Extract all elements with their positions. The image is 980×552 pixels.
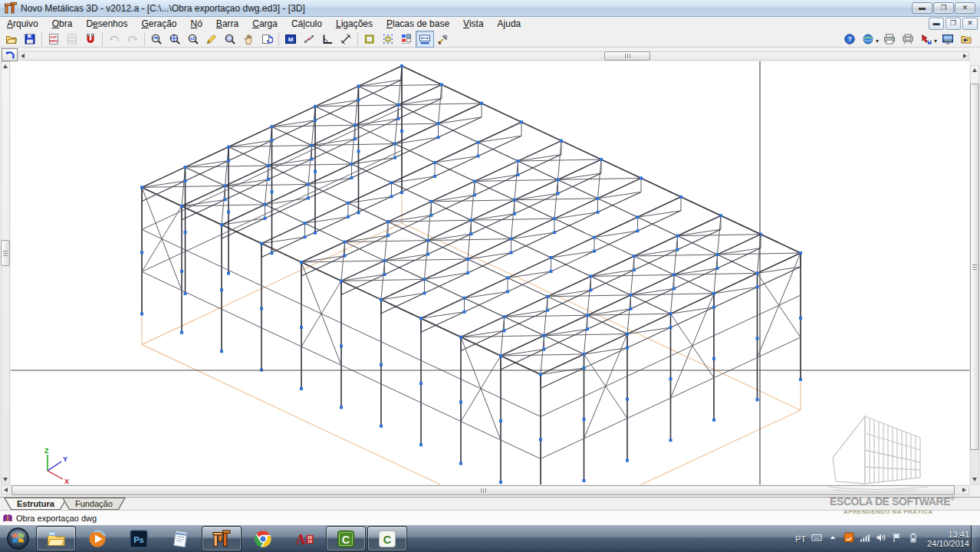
axis-triad: Z Y X xyxy=(44,447,69,485)
language-indicator[interactable]: PT xyxy=(795,534,806,544)
right-rotate-scrollbar[interactable] xyxy=(970,65,979,485)
svg-text:DXF: DXF xyxy=(51,34,58,38)
export-drawing-icon[interactable] xyxy=(917,31,936,48)
scroll-down-arrow xyxy=(972,478,977,481)
mdi-minimize-button[interactable]: ▬ xyxy=(929,18,944,30)
selection-tool-icon[interactable] xyxy=(379,31,397,48)
svg-text:?: ? xyxy=(847,35,851,43)
mdi-close-button[interactable]: ✕ xyxy=(962,18,978,30)
menu-n-[interactable]: Nó xyxy=(184,18,209,30)
zoom-previous-icon[interactable] xyxy=(147,31,166,48)
chrome-icon[interactable] xyxy=(243,526,283,551)
orange-app-icon[interactable] xyxy=(844,532,854,546)
perpendicular-icon[interactable] xyxy=(318,31,337,48)
mdi-restore-button[interactable]: ❐ xyxy=(945,18,961,30)
axis-z-label: Z xyxy=(44,447,49,455)
zoom-extents-icon[interactable] xyxy=(166,31,184,48)
web-services-icon-dropdown[interactable]: ▾ xyxy=(876,38,879,44)
scroll-left-arrow xyxy=(4,488,8,492)
start-button[interactable] xyxy=(2,526,34,552)
previous-view-button[interactable] xyxy=(2,48,18,61)
view-tabs: EstruturaFundação xyxy=(0,497,980,511)
tab-label: Fundação xyxy=(63,498,125,509)
explorer-icon[interactable] xyxy=(36,526,76,551)
menu-gera-o[interactable]: Geração xyxy=(134,18,183,30)
menu-barra[interactable]: Barra xyxy=(209,18,245,30)
axis-y-label: Y xyxy=(63,455,67,463)
top-rotate-scrollbar[interactable] xyxy=(18,51,969,61)
bar-node-icon[interactable] xyxy=(300,31,318,48)
zoom-window-icon[interactable] xyxy=(221,31,239,48)
bottom-scroll-thumb[interactable] xyxy=(12,485,955,495)
menu-vista[interactable]: Vista xyxy=(456,18,490,30)
menu-ajuda[interactable]: Ajuda xyxy=(491,18,528,30)
tab-label: Estrutura xyxy=(5,498,67,509)
keyboard-icon[interactable] xyxy=(811,532,822,546)
viewport-3d[interactable]: Z Y X xyxy=(11,61,969,485)
camtasia-icon[interactable]: C xyxy=(326,526,366,551)
left-scroll-thumb[interactable] xyxy=(1,240,10,266)
tab-funda-o[interactable]: Fundação xyxy=(62,498,126,510)
exit-icon[interactable] xyxy=(957,31,975,48)
export-drawing-icon-dropdown[interactable]: ▾ xyxy=(934,38,937,44)
bottom-scrollbar[interactable] xyxy=(1,485,969,495)
menu-carga[interactable]: Carga xyxy=(245,18,284,30)
import-dxf-icon[interactable]: DXFDWG xyxy=(44,31,63,48)
edit-pencil-icon[interactable] xyxy=(202,31,221,48)
close-button[interactable]: ✕ xyxy=(955,2,975,14)
screen-config-icon[interactable] xyxy=(939,31,957,48)
autocad-icon[interactable]: A2010 xyxy=(284,526,324,551)
plotter-icon[interactable] xyxy=(899,31,917,48)
redraw-icon[interactable] xyxy=(258,31,276,48)
measure-tool-icon[interactable] xyxy=(416,31,434,48)
texts-window-icon[interactable]: M xyxy=(281,31,300,48)
media-player-icon[interactable] xyxy=(77,526,117,551)
zoom-x2-icon[interactable]: x2 xyxy=(184,31,202,48)
menu-desenhos[interactable]: Desenhos xyxy=(79,18,134,30)
volume-icon[interactable] xyxy=(876,532,886,546)
print-icon[interactable] xyxy=(880,31,899,48)
network-signal-icon[interactable] xyxy=(860,532,870,546)
scroll-right-arrow xyxy=(962,488,966,492)
menu-arquivo[interactable]: Arquivo xyxy=(0,18,45,30)
svg-text:x2: x2 xyxy=(190,36,195,41)
metalicas3d-icon[interactable] xyxy=(202,526,242,551)
battery-icon[interactable] xyxy=(908,532,919,546)
dimension-icon[interactable] xyxy=(337,31,355,48)
notepad-icon[interactable] xyxy=(160,526,200,551)
menu-c-lculo[interactable]: Cálculo xyxy=(284,18,329,30)
help-icon[interactable]: ? xyxy=(840,31,859,48)
flag-action-center-icon[interactable] xyxy=(892,532,903,546)
camtasia-recorder-icon[interactable]: C xyxy=(367,526,407,551)
web-services-icon[interactable] xyxy=(859,31,877,48)
scroll-up-arrow xyxy=(3,64,8,68)
grid-layers-icon[interactable] xyxy=(397,31,416,48)
left-rotate-scrollbar[interactable] xyxy=(1,61,10,485)
show-desktop-button[interactable] xyxy=(971,525,980,552)
statusbar: Obra exportaçao dwg xyxy=(0,510,980,526)
config-tools-icon[interactable] xyxy=(434,31,452,48)
open-folder-icon[interactable] xyxy=(2,31,21,48)
viewport-canvas[interactable]: Z Y X xyxy=(11,61,969,485)
tab-estrutura[interactable]: Estrutura xyxy=(4,498,67,510)
menu-obra[interactable]: Obra xyxy=(45,18,80,30)
polygon-tool-icon[interactable] xyxy=(360,31,379,48)
menu-liga-es[interactable]: Ligações xyxy=(329,18,380,30)
application-window: Novo Metálicas 3D - v2012.a - [C:\...\Ob… xyxy=(0,0,980,552)
pan-hand-icon[interactable] xyxy=(239,31,258,48)
redo-icon xyxy=(123,31,142,48)
magnet-snap-icon[interactable] xyxy=(81,31,100,48)
scroll-up-arrow xyxy=(972,68,977,72)
photoshop-icon[interactable]: Ps xyxy=(119,526,159,551)
taskbar: PsA2010CC PT 13:41 24/10/2014 xyxy=(0,525,980,552)
restore-button[interactable]: ❐ xyxy=(933,2,954,14)
show-hidden-icons-arrow[interactable] xyxy=(827,532,838,546)
svg-text:C: C xyxy=(342,534,350,546)
menu-placas-de-base[interactable]: Placas de base xyxy=(380,18,456,30)
top-scroll-thumb[interactable] xyxy=(604,51,650,61)
right-scroll-thumb[interactable] xyxy=(970,84,979,450)
taskbar-clock[interactable]: 13:41 24/10/2014 xyxy=(927,530,969,548)
svg-text:A: A xyxy=(296,532,306,547)
save-icon[interactable] xyxy=(21,31,39,48)
minimize-button[interactable]: ▬ xyxy=(912,2,932,14)
